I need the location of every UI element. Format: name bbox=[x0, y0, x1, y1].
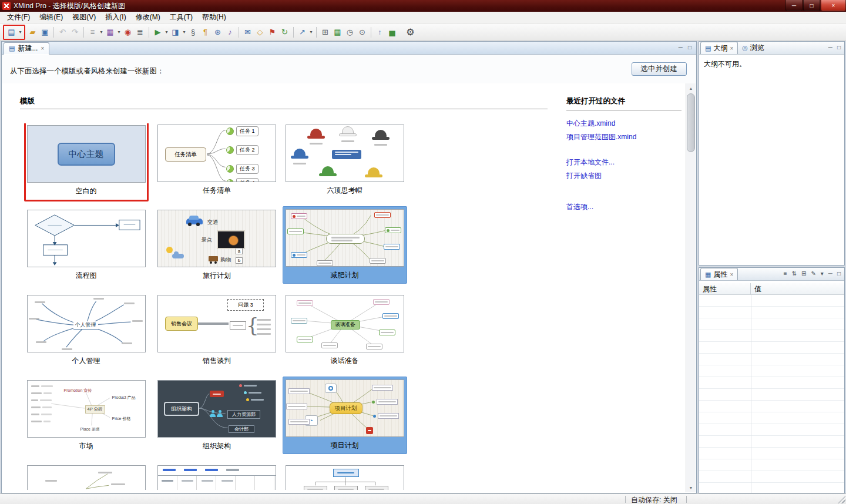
scroll-down-icon[interactable]: ▼ bbox=[686, 483, 696, 492]
search-icon[interactable]: ⊙ bbox=[356, 26, 368, 39]
scroll-up-icon[interactable]: ▲ bbox=[686, 83, 696, 93]
attachment-icon[interactable]: § bbox=[187, 26, 199, 39]
timer-icon[interactable]: ◷ bbox=[344, 26, 356, 39]
price-node: Price 价格 bbox=[112, 416, 131, 422]
hint-icon[interactable]: ◇ bbox=[254, 26, 266, 39]
theme-icon[interactable]: ▦ bbox=[104, 26, 116, 39]
template-personal-management[interactable]: 个人管理 个人管理 bbox=[20, 294, 152, 379]
task-node: 任务 2 bbox=[236, 145, 258, 155]
insert-table-icon[interactable]: ⊞ bbox=[319, 26, 331, 39]
titlebar[interactable]: XMind Pro - 选择模版/风格创建新图 ─ □ × bbox=[0, 0, 846, 12]
scrollbar-thumb[interactable] bbox=[687, 93, 695, 152]
menu-tools[interactable]: 工具(T) bbox=[165, 11, 197, 23]
maximize-button[interactable]: □ bbox=[803, 0, 820, 11]
recent-file-link[interactable]: 中心主题.xmind bbox=[566, 119, 682, 129]
minimize-view-icon[interactable]: ─ bbox=[679, 44, 683, 51]
template-six-hats[interactable]: 六顶思考帽 bbox=[281, 123, 408, 209]
tab-new-workbook[interactable]: ▤ 新建... × bbox=[4, 42, 49, 55]
marker-icon[interactable]: ◉ bbox=[122, 26, 134, 39]
image-dropdown-icon[interactable]: ▾ bbox=[182, 29, 187, 35]
view-menu-chevron-icon[interactable]: ▾ bbox=[821, 270, 824, 277]
open-folder-icon[interactable]: ▰ bbox=[26, 26, 39, 39]
structure-dropdown-icon[interactable]: ▾ bbox=[99, 29, 104, 35]
theme-dropdown-icon[interactable]: ▾ bbox=[116, 29, 122, 35]
share-icon[interactable]: ↗ bbox=[296, 26, 308, 39]
template-travel-plan[interactable]: 交通 景点 购物 a b 旅行计划 bbox=[152, 209, 281, 294]
numbering-icon[interactable]: ≣ bbox=[134, 26, 146, 39]
undo-icon[interactable]: ↶ bbox=[56, 26, 69, 39]
template-talk-preparation[interactable]: 谈话准备 谈话准备 bbox=[281, 294, 408, 379]
menu-file[interactable]: 文件(F) bbox=[2, 11, 35, 23]
template-market[interactable]: Promotion 宣传 Product 产品 4P 分析 Price 价格 P… bbox=[20, 379, 152, 464]
create-button[interactable]: 选中并创建 bbox=[632, 62, 687, 76]
upload-icon[interactable]: ↑ bbox=[374, 26, 386, 39]
template-partial-2[interactable] bbox=[152, 464, 281, 490]
minimize-button[interactable]: ─ bbox=[785, 0, 803, 11]
browse-icon: ◎ bbox=[742, 44, 748, 52]
presentation-play-icon[interactable]: ▶ bbox=[152, 26, 164, 39]
tab-close-icon[interactable]: × bbox=[730, 271, 733, 278]
recent-file-link[interactable]: 项目管理范围图.xmind bbox=[566, 132, 682, 142]
tab-outline[interactable]: ▤ 大纲 × bbox=[700, 42, 738, 54]
audio-notes-icon[interactable]: ♪ bbox=[224, 26, 236, 39]
tab-close-icon[interactable]: × bbox=[730, 45, 733, 52]
comment-icon[interactable]: ✉ bbox=[241, 26, 254, 39]
minimize-panel-icon[interactable]: ─ bbox=[828, 44, 832, 51]
template-org-structure[interactable]: 组织架构 人力资源部 会计部 组织架构 bbox=[152, 379, 281, 464]
grid-view-icon[interactable]: ⊞ bbox=[801, 270, 806, 277]
notes-icon[interactable]: ¶ bbox=[199, 26, 212, 39]
maximize-view-icon[interactable]: □ bbox=[688, 44, 691, 51]
chart-icon[interactable]: ▅ bbox=[386, 26, 398, 39]
menu-modify[interactable]: 修改(M) bbox=[131, 11, 165, 23]
template-task-list[interactable]: 任务清单 任务 1 任务 2 任务 3 任务 4 任务清单 bbox=[152, 123, 281, 209]
vertical-scrollbar[interactable]: ▲ ▼ bbox=[686, 83, 696, 492]
structure-icon[interactable]: ≡ bbox=[86, 26, 99, 39]
template-sales-negotiation[interactable]: 销售会议 问题 3 { 销售谈判 bbox=[152, 294, 281, 379]
new-document-icon[interactable]: ▤ bbox=[5, 26, 18, 39]
redo-icon[interactable]: ↷ bbox=[69, 26, 81, 39]
sort-icon[interactable]: ⇅ bbox=[792, 270, 797, 277]
maximize-panel-icon[interactable]: □ bbox=[837, 270, 841, 277]
tab-close-icon[interactable]: × bbox=[41, 45, 44, 52]
tab-browse[interactable]: ◎ 浏览 bbox=[738, 42, 768, 54]
template-partial-1[interactable] bbox=[20, 464, 152, 490]
save-icon[interactable]: ▣ bbox=[39, 26, 51, 39]
spreadsheet-icon[interactable]: ▦ bbox=[331, 26, 344, 39]
open-default-map-link[interactable]: 打开缺省图 bbox=[566, 171, 682, 181]
refresh-icon[interactable]: ↻ bbox=[278, 26, 291, 39]
new-dropdown-icon[interactable]: ▾ bbox=[18, 29, 23, 35]
menu-help[interactable]: 帮助(H) bbox=[197, 11, 231, 23]
window-title: XMind Pro - 选择模版/风格创建新图 bbox=[14, 1, 125, 11]
presentation-dropdown-icon[interactable]: ▾ bbox=[164, 29, 169, 35]
menu-view[interactable]: 视图(V) bbox=[68, 11, 100, 23]
resize-grip-icon[interactable] bbox=[838, 496, 845, 503]
template-blank[interactable]: 中心主题 空白的 bbox=[20, 123, 152, 209]
template-flowchart[interactable]: 流程图 bbox=[20, 209, 152, 294]
template-label: 组织架构 bbox=[155, 441, 279, 451]
sales-meeting-node: 销售会议 bbox=[165, 317, 198, 331]
task-node: 任务 1 bbox=[236, 126, 258, 136]
maximize-panel-icon[interactable]: □ bbox=[837, 44, 841, 51]
tab-properties[interactable]: ▦ 属性 × bbox=[700, 268, 738, 280]
tree-view-icon[interactable]: ≡ bbox=[784, 270, 787, 277]
menu-edit[interactable]: 编辑(E) bbox=[35, 11, 68, 23]
close-button[interactable]: × bbox=[821, 0, 846, 11]
template-project-plan[interactable]: 项目计划 ◔ 项目计划 bbox=[281, 379, 408, 464]
template-diet-plan[interactable]: 减肥计划 bbox=[281, 209, 408, 294]
gear-icon[interactable]: ⚙ bbox=[404, 26, 417, 39]
share-dropdown-icon[interactable]: ▾ bbox=[308, 29, 314, 35]
minimize-panel-icon[interactable]: ─ bbox=[828, 270, 832, 277]
hyperlink-icon[interactable]: ⊛ bbox=[212, 26, 224, 39]
main-toolbar: ▤ ▾ ▰ ▣ ↶ ↷ ≡ ▾ ▦ ▾ ◉ ≣ ▶ ▾ ◨ ▾ § ¶ ⊛ ♪ … bbox=[0, 23, 846, 41]
template-partial-3[interactable] bbox=[281, 464, 408, 490]
preferences-link[interactable]: 首选项... bbox=[566, 202, 682, 212]
pie-icon bbox=[226, 179, 234, 182]
person-icon bbox=[217, 410, 223, 417]
document-icon: ▤ bbox=[9, 45, 15, 52]
open-local-file-link[interactable]: 打开本地文件... bbox=[566, 157, 682, 167]
flag-icon[interactable]: ⚑ bbox=[266, 26, 278, 39]
menu-insert[interactable]: 插入(I) bbox=[100, 11, 130, 23]
edit-icon[interactable]: ✎ bbox=[811, 270, 815, 277]
insert-image-icon[interactable]: ◨ bbox=[169, 26, 182, 39]
sun-icon bbox=[166, 247, 173, 253]
